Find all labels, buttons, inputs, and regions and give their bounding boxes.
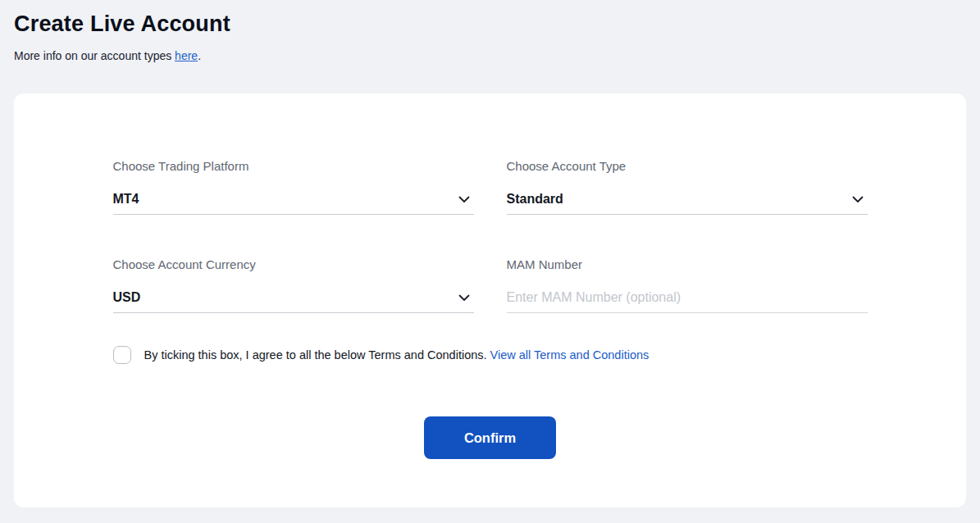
account-form: Choose Trading Platform MT4 Choose Accou… xyxy=(113,93,868,459)
account-type-label: Choose Account Type xyxy=(507,159,868,173)
subtitle-text: More info on our account types xyxy=(14,49,175,62)
create-live-account-page: Create Live Account More info on our acc… xyxy=(0,0,980,507)
account-form-card: Choose Trading Platform MT4 Choose Accou… xyxy=(14,93,966,507)
trading-platform-select[interactable]: MT4 xyxy=(113,192,474,215)
field-mam-number: MAM Number xyxy=(507,257,868,313)
subtitle-period: . xyxy=(198,49,201,62)
terms-checkbox[interactable] xyxy=(113,346,131,364)
account-types-here-link[interactable]: here xyxy=(175,49,198,62)
confirm-button[interactable]: Confirm xyxy=(424,416,556,459)
account-currency-label: Choose Account Currency xyxy=(113,257,474,271)
field-account-currency: Choose Account Currency USD xyxy=(113,257,474,313)
terms-row: By ticking this box, I agree to all the … xyxy=(113,346,868,364)
account-type-value: Standard xyxy=(507,192,563,207)
mam-number-label: MAM Number xyxy=(507,257,868,271)
button-row: Confirm xyxy=(113,416,868,459)
account-currency-select[interactable]: USD xyxy=(113,290,474,313)
trading-platform-label: Choose Trading Platform xyxy=(113,159,474,173)
terms-text: By ticking this box, I agree to all the … xyxy=(144,348,650,362)
chevron-down-icon xyxy=(851,193,864,206)
chevron-down-icon xyxy=(458,193,471,206)
mam-number-control xyxy=(507,290,868,313)
account-currency-value: USD xyxy=(113,290,141,305)
field-grid: Choose Trading Platform MT4 Choose Accou… xyxy=(113,159,868,313)
chevron-down-icon xyxy=(458,291,471,304)
account-types-info-text: More info on our account types here. xyxy=(14,49,966,62)
account-type-select[interactable]: Standard xyxy=(507,192,868,215)
field-trading-platform: Choose Trading Platform MT4 xyxy=(113,159,474,215)
page-title: Create Live Account xyxy=(14,11,966,37)
mam-number-input[interactable] xyxy=(507,290,868,305)
field-account-type: Choose Account Type Standard xyxy=(507,159,868,215)
view-terms-link[interactable]: View all Terms and Conditions xyxy=(490,348,650,362)
trading-platform-value: MT4 xyxy=(113,192,139,207)
terms-agreement-text: By ticking this box, I agree to all the … xyxy=(144,348,490,362)
